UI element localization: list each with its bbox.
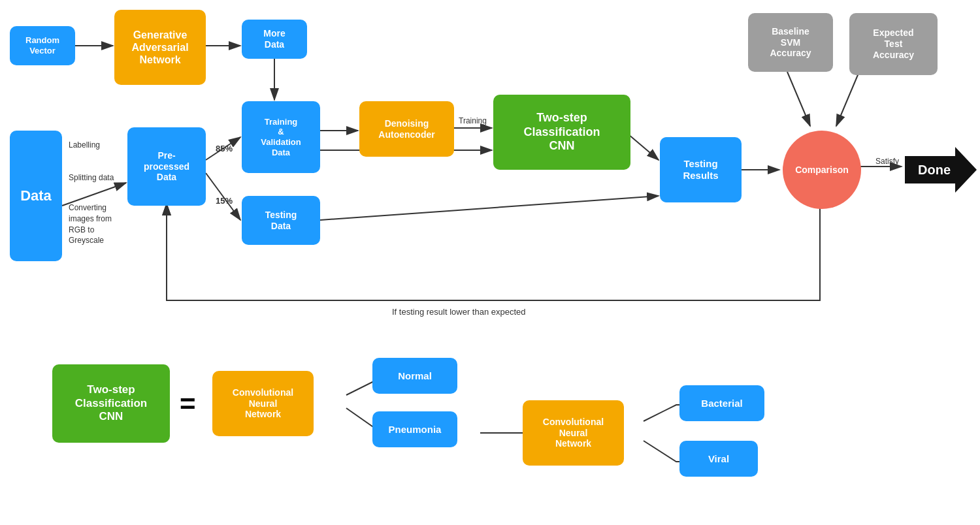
denoising-node: DenoisingAutoencoder: [359, 101, 454, 157]
comparison-node: Comparison: [783, 131, 861, 209]
viral-node: Viral: [679, 441, 758, 477]
testing-data-node: TestingData: [242, 196, 320, 245]
svg-line-12: [320, 196, 659, 220]
satisfy-label: Satisfy: [875, 157, 899, 166]
svg-line-15: [836, 72, 859, 126]
bacterial-node: Bacterial: [679, 385, 764, 421]
normal-node: Normal: [372, 358, 457, 394]
two-step-cnn-top-node: Two-stepClassificationCNN: [493, 95, 630, 170]
done-label: Done: [918, 163, 951, 178]
diagram: Random Vector Generative Adversarial Net…: [0, 0, 980, 525]
splitting-label: Splitting data: [69, 173, 114, 182]
two-step-cnn-bottom-node: Two-stepClassificationCNN: [52, 364, 170, 443]
feedback-label: If testing result lower than expected: [392, 307, 526, 317]
labelling-label: Labelling: [69, 140, 100, 150]
gan-node: Generative Adversarial Network: [114, 10, 206, 85]
baseline-svm-node: BaselineSVMAccuracy: [748, 13, 833, 72]
data-node: Data: [10, 131, 62, 261]
more-data-node: MoreData: [242, 20, 307, 59]
svg-line-14: [787, 72, 810, 126]
cnn2-bottom-node: ConvolutionalNeuralNetwork: [523, 400, 624, 466]
equals-sign: =: [180, 389, 196, 420]
pneumonia-node: Pneumonia: [372, 411, 457, 447]
training-val-node: Training&ValidationData: [242, 101, 320, 173]
testing-results-node: TestingResults: [660, 137, 742, 202]
pct85-label: 85%: [216, 144, 233, 153]
training-arrow-label: Training: [459, 116, 487, 125]
random-vector-node: Random Vector: [10, 26, 75, 65]
preprocessed-node: Pre-processedData: [127, 127, 206, 206]
pct15-label: 15%: [216, 196, 233, 206]
expected-test-node: ExpectedTestAccuracy: [849, 13, 938, 75]
converting-label: Convertingimages fromRGB toGreyscale: [69, 202, 112, 246]
done-container: Done: [905, 147, 977, 193]
cnn1-bottom-node: ConvolutionalNeuralNetwork: [212, 371, 314, 436]
